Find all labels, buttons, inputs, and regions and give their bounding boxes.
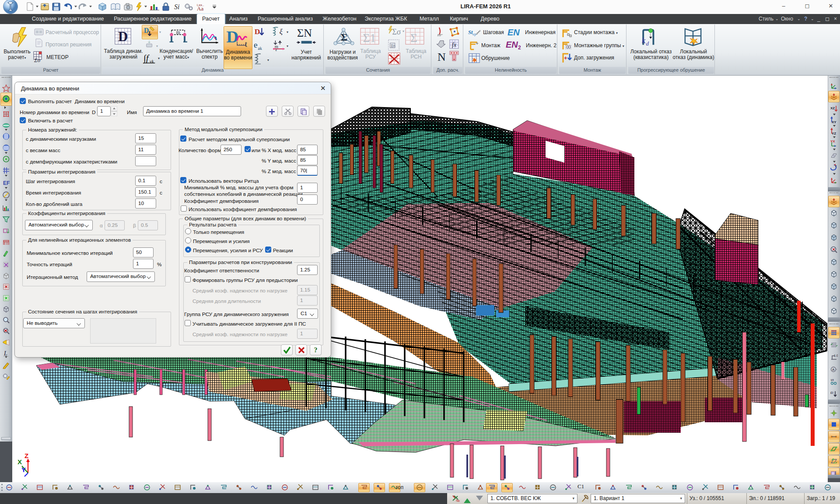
svg-text:D: D [226, 28, 238, 46]
svg-text:D: D [255, 28, 260, 36]
svg-text:+: + [564, 55, 567, 61]
svg-text:№: № [456, 499, 460, 503]
svg-text:D: D [118, 29, 128, 44]
svg-text:XY: XY [832, 120, 836, 124]
svg-text:e: e [254, 40, 258, 49]
svg-text:k: k [642, 36, 646, 45]
svg-text:Σ: Σ [410, 31, 417, 45]
svg-text:m: m [176, 29, 181, 35]
svg-text:ak: ak [258, 46, 262, 50]
svg-text:XZ: XZ [830, 106, 835, 110]
svg-text:e: e [275, 48, 277, 51]
svg-text:YX: YX [830, 139, 835, 143]
svg-text:N: N [438, 51, 446, 63]
svg-text:Σ: Σ [341, 31, 347, 43]
svg-text:EF: EF [3, 180, 10, 186]
svg-text:Si: Si [174, 3, 179, 10]
svg-text:d: d [646, 40, 649, 47]
svg-text:z: z [835, 164, 837, 167]
svg-text:Σ1: Σ1 [363, 31, 376, 45]
svg-text:Σσ: Σσ [34, 57, 41, 63]
svg-text:t/t: t/t [831, 378, 834, 382]
svg-text:ΣN: ΣN [297, 28, 312, 39]
svg-text:Z: Z [24, 452, 28, 459]
svg-text:t: t [215, 35, 217, 42]
svg-text:∫f: ∫f [143, 53, 150, 64]
svg-text:A: A [832, 368, 835, 372]
svg-text:YZ: YZ [832, 132, 836, 136]
svg-text:Aa: Aa [197, 5, 203, 11]
svg-text:fx: fx [452, 42, 457, 48]
svg-text:t: t [245, 39, 248, 48]
svg-text:Σσ: Σσ [392, 28, 401, 36]
svg-text:EN: EN [506, 40, 518, 49]
svg-text:L: L [4, 350, 7, 357]
svg-text:Y: Y [21, 466, 26, 473]
svg-text:D: D [144, 27, 149, 34]
svg-text:ξ: ξ [280, 28, 283, 36]
svg-text:EN: EN [508, 28, 520, 37]
svg-text:St: St [468, 29, 473, 35]
svg-text:2: 2 [518, 45, 521, 50]
svg-text:£t: £t [830, 391, 833, 395]
svg-text:Σn: Σn [391, 44, 395, 48]
svg-text:X: X [18, 458, 22, 466]
svg-text:1.0: 1.0 [834, 354, 838, 357]
